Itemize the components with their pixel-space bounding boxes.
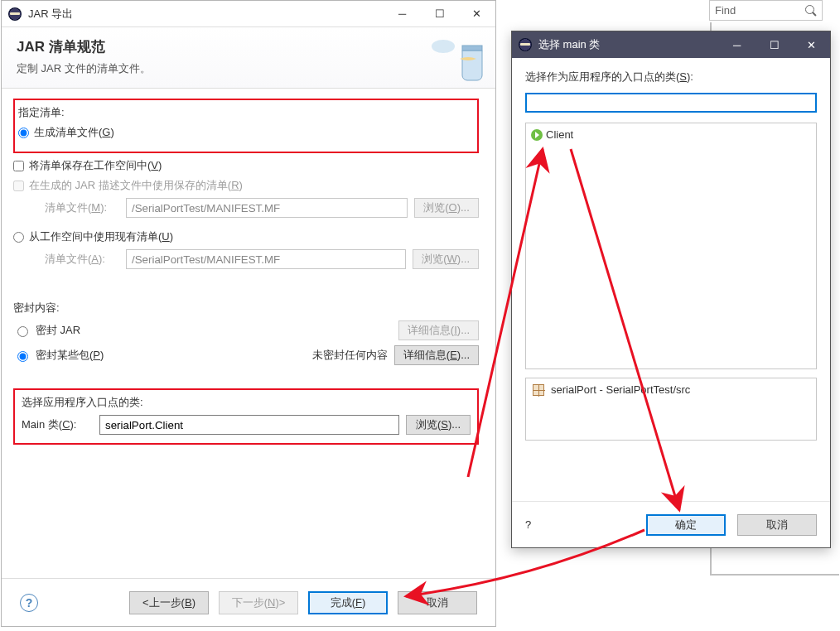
main-class-label: Main 类(C): bbox=[22, 417, 93, 432]
select-footer: ? 确定 取消 bbox=[512, 501, 830, 547]
minimize-button[interactable]: ─ bbox=[384, 1, 421, 27]
manifest-file2-label: 清单文件(A): bbox=[45, 252, 119, 267]
jar-export-dialog: JAR 导出 ─ ☐ ✕ JAR 清单规范 定制 JAR 文件的清单文件。 指定… bbox=[1, 0, 496, 627]
cancel-button[interactable]: 取消 bbox=[398, 591, 477, 614]
generate-manifest-label: 生成清单文件(G) bbox=[34, 125, 114, 140]
manifest-file1-label: 清单文件(M): bbox=[45, 200, 119, 215]
use-existing-label: 从工作空间中使用现有清单(U) bbox=[29, 229, 173, 244]
entry-point-label: 选择应用程序入口点的类: bbox=[22, 395, 471, 410]
select-title: 选择 main 类 bbox=[538, 37, 600, 52]
seal-jar-radio[interactable] bbox=[17, 326, 28, 337]
use-saved-label: 在生成的 JAR 描述文件中使用保存的清单(R) bbox=[29, 178, 243, 193]
package-label: serialPort - SerialPortTest/src bbox=[551, 383, 690, 396]
seal-jar-label: 密封 JAR bbox=[36, 323, 80, 338]
use-saved-checkbox bbox=[13, 181, 24, 191]
cancel-button[interactable]: 取消 bbox=[737, 514, 817, 536]
generate-manifest-radio[interactable] bbox=[18, 128, 29, 138]
maximize-button[interactable]: ☐ bbox=[756, 31, 793, 58]
ok-button[interactable]: 确定 bbox=[646, 514, 726, 536]
details1-button: 详细信息(I)... bbox=[398, 320, 479, 340]
class-list[interactable]: Client bbox=[525, 123, 817, 369]
entry-point-group: 选择应用程序入口点的类: Main 类(C): 浏览(S)... bbox=[13, 388, 479, 445]
svg-rect-1 bbox=[462, 46, 482, 51]
unsealed-text: 未密封任何内容 bbox=[312, 348, 388, 363]
manifest-file1-input bbox=[126, 198, 408, 218]
maximize-button[interactable]: ☐ bbox=[421, 1, 458, 27]
svg-point-0 bbox=[432, 40, 455, 53]
banner: JAR 清单规范 定制 JAR 文件的清单文件。 bbox=[2, 27, 495, 89]
use-existing-radio[interactable] bbox=[13, 232, 24, 243]
runnable-class-icon bbox=[531, 129, 543, 141]
seal-some-label: 密封某些包(P) bbox=[36, 348, 104, 363]
specify-manifest-label: 指定清单: bbox=[18, 105, 474, 120]
minimize-button[interactable]: ─ bbox=[718, 31, 756, 58]
banner-title: JAR 清单规范 bbox=[17, 37, 151, 56]
close-button[interactable]: ✕ bbox=[793, 31, 830, 58]
seal-some-radio[interactable] bbox=[17, 351, 28, 362]
eclipse-icon bbox=[519, 38, 532, 51]
jar-titlebar: JAR 导出 ─ ☐ ✕ bbox=[2, 1, 495, 27]
help-icon[interactable]: ? bbox=[525, 518, 531, 531]
browse2-button: 浏览(W)... bbox=[413, 249, 479, 269]
package-icon bbox=[533, 384, 544, 396]
banner-subtitle: 定制 JAR 文件的清单文件。 bbox=[17, 61, 151, 76]
select-prompt: 选择作为应用程序的入口点的类(S): bbox=[525, 70, 817, 84]
class-search-input[interactable] bbox=[525, 93, 817, 113]
save-in-workspace-label: 将清单保存在工作空间中(V) bbox=[29, 158, 162, 173]
seal-label: 密封内容: bbox=[13, 301, 479, 316]
list-item-label: Client bbox=[546, 128, 573, 141]
search-icon bbox=[805, 5, 817, 17]
eclipse-icon bbox=[8, 7, 22, 21]
close-button[interactable]: ✕ bbox=[458, 1, 495, 27]
save-in-workspace-checkbox[interactable] bbox=[13, 161, 24, 171]
jar-footer: ? <上一步(B) 下一步(N)> 完成(F) 取消 bbox=[2, 578, 495, 626]
finish-button[interactable]: 完成(F) bbox=[308, 591, 388, 614]
find-input-box[interactable]: Find bbox=[709, 0, 823, 21]
browse3-button[interactable]: 浏览(S)... bbox=[406, 415, 471, 435]
list-item[interactable]: Client bbox=[529, 127, 813, 142]
select-main-dialog: 选择 main 类 ─ ☐ ✕ 选择作为应用程序的入口点的类(S): Clien… bbox=[511, 31, 831, 548]
next-button: 下一步(N)> bbox=[219, 591, 298, 614]
jar-graphic-icon bbox=[431, 34, 489, 82]
jar-title: JAR 导出 bbox=[28, 7, 73, 22]
details2-button[interactable]: 详细信息(E)... bbox=[394, 345, 479, 365]
back-button[interactable]: <上一步(B) bbox=[129, 591, 209, 614]
browse1-button: 浏览(O)... bbox=[414, 198, 479, 218]
find-placeholder: Find bbox=[715, 4, 736, 17]
main-class-input[interactable] bbox=[99, 415, 399, 435]
package-box: serialPort - SerialPortTest/src bbox=[525, 378, 817, 441]
manifest-file2-input bbox=[126, 249, 406, 269]
help-icon[interactable]: ? bbox=[20, 594, 38, 612]
specify-manifest-group: 指定清单: 生成清单文件(G) bbox=[13, 99, 479, 153]
select-titlebar: 选择 main 类 ─ ☐ ✕ bbox=[512, 31, 830, 58]
